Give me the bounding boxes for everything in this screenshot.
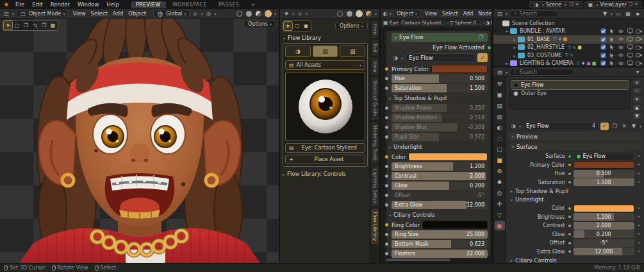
number-slider[interactable]: -5° — [574, 239, 634, 247]
input-socket[interactable] — [384, 183, 389, 188]
animate-dot-icon[interactable]: • — [636, 154, 641, 159]
shader-menu-select[interactable]: Select — [440, 11, 461, 17]
fake-user-shield-icon[interactable]: ✓ — [600, 123, 609, 130]
render-disable-icon[interactable] — [636, 28, 642, 35]
input-socket[interactable] — [384, 242, 389, 246]
input-socket[interactable] — [568, 163, 572, 167]
animate-dot-icon[interactable]: • — [636, 232, 641, 237]
shader-menu-add[interactable]: Add — [461, 11, 476, 17]
horizontal-scrollbar[interactable] — [386, 259, 450, 261]
input-socket[interactable] — [384, 125, 389, 130]
number-slider[interactable]: 1.200 — [574, 213, 634, 221]
breadcrumb-item[interactable]: Sphere.0... — [455, 20, 481, 26]
input-socket[interactable] — [568, 155, 572, 158]
modifiers-tab[interactable]: ⚙ — [495, 166, 505, 176]
viewport-disable-icon[interactable] — [627, 44, 633, 51]
selectable-cursor-icon[interactable] — [609, 52, 615, 58]
shader-menu-node[interactable]: Node — [475, 11, 492, 17]
flow-library-panel-header[interactable]: ▾ Flow Library — [283, 33, 368, 43]
shader-type-dropdown[interactable]: Object ▾ — [393, 10, 420, 17]
select-add-icon[interactable]: ▣ — [302, 22, 310, 30]
pin-icon[interactable]: ☉ — [563, 2, 567, 7]
close-icon[interactable]: ✕ — [634, 2, 638, 7]
number-slider[interactable]: 1.500 — [574, 178, 634, 186]
animate-dot-icon[interactable]: • — [636, 206, 641, 211]
menu-render[interactable]: Render — [47, 1, 74, 8]
constraints-tab[interactable]: ✢ — [495, 199, 505, 208]
asset-filter-dropdown[interactable]: ▤ All Assets ▾ — [285, 60, 365, 70]
render-disable-icon[interactable] — [636, 44, 642, 51]
workspace-tab-passes[interactable]: PASSES — [213, 1, 244, 8]
transform-icon[interactable]: ❐ — [40, 21, 48, 30]
number-slider[interactable]: Ring Size25.000 — [392, 230, 488, 239]
checkbox-icon[interactable] — [600, 52, 606, 58]
input-socket[interactable] — [384, 251, 389, 256]
number-slider[interactable]: 0.500 — [574, 170, 634, 178]
properties-search-input[interactable]: ⌕ Search — [509, 69, 574, 76]
scene-selector[interactable]: ◑▾ Scene ☉ ❐ ✕ — [529, 1, 582, 8]
shading-material-icon[interactable] — [255, 10, 263, 17]
select-box-icon[interactable]: □ — [13, 21, 21, 30]
number-slider[interactable]: Offset-5° — [392, 191, 488, 200]
sidebar-options-button[interactable]: Options ▾ — [335, 22, 368, 30]
annotate-icon[interactable]: ▩ — [49, 21, 57, 30]
animate-dot-icon[interactable]: • — [636, 214, 641, 219]
number-slider[interactable]: Contrast2.000 — [392, 172, 488, 180]
shading-solid-icon[interactable] — [245, 10, 253, 17]
checkbox-icon[interactable] — [600, 44, 606, 51]
color-swatch[interactable] — [574, 161, 634, 169]
number-slider[interactable]: 12.000 — [574, 248, 634, 255]
viewport-menu-select[interactable]: Select — [88, 10, 110, 17]
shading-solid-icon[interactable] — [346, 10, 354, 17]
view-layer-tab[interactable]: ▥ — [495, 112, 505, 121]
breadcrumb-item[interactable]: Eye Fl... — [491, 20, 492, 26]
hide-eye-icon[interactable] — [618, 52, 624, 58]
snap-magnet-icon[interactable]: ∪ — [192, 10, 199, 17]
input-socket[interactable] — [384, 232, 389, 237]
number-slider[interactable]: Bottom Mask0.623 — [392, 240, 488, 248]
add-slot-button[interactable]: + — [632, 79, 641, 86]
input-socket[interactable] — [568, 250, 572, 253]
sidebar-tab-item[interactable]: Item — [370, 20, 379, 38]
asset-name-row[interactable]: ▤ Eye: Cartoon Stylized — [285, 143, 365, 153]
outliner-display-mode-icon[interactable]: ◫ — [496, 10, 504, 17]
slot-specials-button[interactable]: ▾ — [632, 96, 641, 103]
chevron-down-icon[interactable]: ▾ — [634, 69, 641, 76]
number-slider[interactable]: Glow0.200 — [392, 182, 488, 190]
hide-eye-icon[interactable] — [618, 60, 624, 66]
expand-arrow-icon[interactable]: ▸ — [511, 53, 518, 58]
material-slot-outer-eye[interactable]: Outer Eye — [511, 89, 629, 98]
input-socket[interactable] — [384, 164, 389, 169]
select-lasso-icon[interactable]: ◹ — [31, 21, 39, 30]
expand-arrow-icon[interactable]: ▸ — [511, 45, 518, 49]
menu-edit[interactable]: Edit — [28, 1, 46, 8]
cursor-tool-icon[interactable]: ➤ — [284, 22, 292, 30]
local-folder-tab[interactable]: ▧ — [340, 46, 365, 57]
hide-eye-icon[interactable] — [618, 28, 624, 35]
output-socket[interactable] — [487, 46, 491, 50]
input-socket[interactable] — [568, 224, 572, 228]
properties-editor-icon[interactable]: ▤ — [496, 69, 504, 76]
animate-dot-icon[interactable]: • — [636, 223, 641, 228]
viewport-disable-icon[interactable] — [627, 36, 633, 42]
node-group-name-input[interactable]: Eye Flow — [405, 53, 475, 62]
sidebar-tab-modeling-tools[interactable]: Modeling Tools — [370, 121, 379, 164]
shader-menu-view[interactable]: View — [422, 11, 440, 17]
surface-section-underlight[interactable]: ▾Underlight — [509, 196, 641, 205]
editor-type-icon[interactable]: ◫ — [3, 10, 10, 17]
selectable-cursor-icon[interactable] — [609, 36, 615, 42]
number-slider[interactable]: Saturation1.500 — [392, 84, 488, 92]
preview-panel-header[interactable]: ▸ Preview — [509, 132, 641, 140]
input-socket[interactable] — [568, 207, 572, 210]
proportional-edit-icon[interactable]: ◎ — [205, 10, 213, 17]
physics-tab[interactable]: ◎ — [495, 188, 505, 198]
tool-tab[interactable]: ⚒ — [495, 79, 505, 89]
online-assets-tab[interactable]: ◑ — [285, 46, 311, 57]
node-section-top-shadow-pupil[interactable]: ▾Top Shadow & Pupil — [389, 94, 488, 103]
asset-preview[interactable] — [285, 72, 365, 141]
surface-section-top-shadow-pupil[interactable]: ▸Top Shadow & Pupil — [509, 187, 641, 196]
input-socket[interactable] — [384, 223, 389, 227]
sidebar-tab-tool[interactable]: Tool — [370, 39, 379, 56]
color-swatch[interactable] — [422, 221, 488, 229]
input-socket[interactable] — [384, 193, 389, 198]
